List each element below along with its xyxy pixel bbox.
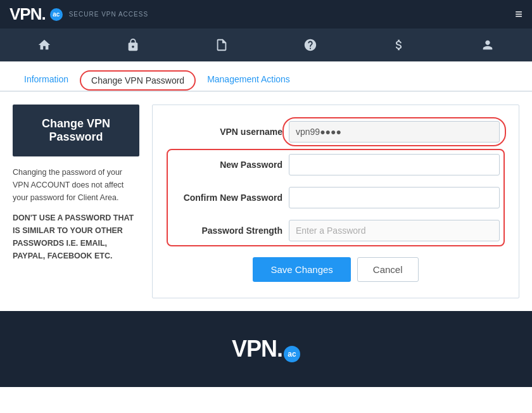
- tab-information[interactable]: Information: [13, 68, 80, 91]
- footer-logo: VPN.ac: [232, 336, 300, 362]
- password-strength-display: Enter a Password: [289, 220, 500, 241]
- tabs-area: Information Change VPN Password Manageme…: [0, 61, 532, 92]
- nav-account[interactable]: [468, 32, 507, 58]
- new-password-label: New Password: [172, 160, 282, 170]
- new-password-row: New Password: [172, 154, 500, 175]
- save-changes-button[interactable]: Save Changes: [253, 257, 350, 282]
- password-strength-label: Password Strength: [172, 226, 282, 236]
- footer-logo-text: VPN.: [232, 336, 282, 362]
- footer-logo-dot: ac: [284, 346, 300, 362]
- footer: VPN.ac: [0, 311, 532, 387]
- cancel-button[interactable]: Cancel: [357, 257, 419, 282]
- form-buttons: Save Changes Cancel: [172, 257, 500, 282]
- confirm-password-row: Confirm New Password: [172, 187, 500, 208]
- main-content: Change VPNPassword Changing the password…: [0, 92, 532, 311]
- logo-area: VPN.ac SECURE VPN ACCESS: [10, 4, 148, 24]
- sidebar-description: Changing the password of your VPN ACCOUN…: [13, 166, 139, 204]
- nav-document[interactable]: [202, 32, 241, 58]
- tab-management-actions[interactable]: Management Actions: [196, 68, 301, 91]
- username-label: VPN username: [172, 127, 282, 137]
- nav-billing[interactable]: [379, 32, 419, 58]
- form-panel: VPN username vpn99●●●● New Password Conf…: [152, 105, 519, 298]
- nav-lock[interactable]: [113, 32, 153, 58]
- logo-tagline: SECURE VPN ACCESS: [69, 11, 148, 18]
- tab-change-vpn-password[interactable]: Change VPN Password: [80, 70, 196, 91]
- logo-dot: ac: [50, 8, 63, 21]
- logo-text: VPN.: [10, 4, 46, 24]
- username-display: vpn99●●●●: [289, 121, 500, 143]
- confirm-password-input[interactable]: [289, 187, 500, 208]
- nav-home[interactable]: [25, 32, 64, 58]
- hamburger-icon[interactable]: ≡: [515, 7, 522, 22]
- password-strength-row: Password Strength Enter a Password: [172, 220, 500, 241]
- top-header: VPN.ac SECURE VPN ACCESS ≡: [0, 0, 532, 29]
- username-row: VPN username vpn99●●●●: [172, 121, 500, 143]
- sidebar-warning: DON'T USE A PASSWORD THAT IS SIMILAR TO …: [13, 212, 139, 262]
- new-password-input[interactable]: [289, 154, 500, 175]
- confirm-password-label: Confirm New Password: [172, 193, 282, 203]
- sidebar: Change VPNPassword Changing the password…: [13, 105, 139, 298]
- nav-support[interactable]: [291, 32, 330, 58]
- sidebar-title: Change VPNPassword: [13, 105, 139, 156]
- nav-bar: [0, 29, 532, 61]
